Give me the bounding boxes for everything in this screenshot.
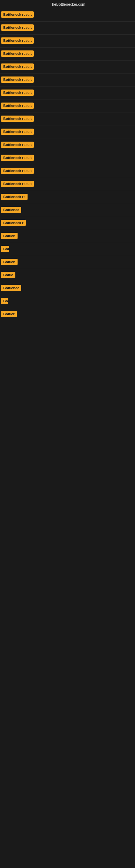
list-item: Bottlen: [0, 230, 135, 243]
bottleneck-badge[interactable]: Bottleneck result: [1, 116, 34, 122]
bottleneck-badge[interactable]: Bottleneck result: [1, 90, 34, 96]
list-item: Bottleneck result: [0, 139, 135, 152]
results-list: Bottleneck resultBottleneck resultBottle…: [0, 9, 135, 321]
list-item: Bottleneck result: [0, 178, 135, 191]
bottleneck-badge[interactable]: Bottleneck re: [1, 194, 28, 200]
bottleneck-badge[interactable]: Bottleneck result: [1, 11, 34, 18]
list-item: Bottleneck result: [0, 100, 135, 113]
list-item: Bottleneck result: [0, 9, 135, 22]
list-item: Bottleneck result: [0, 22, 135, 35]
spacer: [0, 321, 135, 565]
list-item: Bottleneck result: [0, 113, 135, 126]
list-item: Bottleneck result: [0, 87, 135, 100]
list-item: Bottle: [0, 269, 135, 282]
bottleneck-badge[interactable]: Bottleneck result: [1, 102, 34, 109]
list-item: Bottleneck result: [0, 152, 135, 165]
bottleneck-badge[interactable]: Bottleneck result: [1, 51, 34, 57]
list-item: Bottleneck re: [0, 191, 135, 204]
list-item: Bottler: [0, 308, 135, 321]
list-item: Bottleneck result: [0, 48, 135, 61]
bottleneck-badge[interactable]: Bottleneck result: [1, 142, 34, 148]
bottleneck-badge[interactable]: Bottleneck result: [1, 76, 34, 83]
bottleneck-badge[interactable]: Bot: [1, 246, 9, 252]
list-item: Bo: [0, 295, 135, 308]
list-item: Bot: [0, 243, 135, 256]
bottleneck-badge[interactable]: Bottleneck result: [1, 37, 34, 44]
list-item: Bottleneck result: [0, 74, 135, 87]
bottleneck-badge[interactable]: Bo: [1, 298, 8, 304]
bottleneck-badge[interactable]: Bottlenec: [1, 207, 21, 213]
bottleneck-badge[interactable]: Bottleneck result: [1, 155, 34, 161]
list-item: Bottlenec: [0, 282, 135, 295]
list-item: Bottleneck result: [0, 165, 135, 178]
bottleneck-badge[interactable]: Bottleneck result: [1, 24, 34, 31]
bottleneck-badge[interactable]: Bottle: [1, 272, 15, 278]
list-item: Bottlen: [0, 256, 135, 269]
bottleneck-badge[interactable]: Bottleneck result: [1, 129, 34, 135]
list-item: Bottleneck result: [0, 61, 135, 74]
bottleneck-badge[interactable]: Bottleneck result: [1, 63, 34, 70]
list-item: Bottleneck result: [0, 35, 135, 48]
bottleneck-badge[interactable]: Bottleneck r: [1, 220, 26, 226]
bottleneck-badge[interactable]: Bottlen: [1, 259, 17, 265]
bottleneck-badge[interactable]: Bottlenec: [1, 285, 21, 291]
site-title: TheBottlenecker.com: [0, 0, 135, 9]
bottleneck-badge[interactable]: Bottlen: [1, 233, 17, 239]
bottleneck-badge[interactable]: Bottleneck result: [1, 181, 34, 187]
list-item: Bottlenec: [0, 204, 135, 217]
bottleneck-badge[interactable]: Bottleneck result: [1, 167, 34, 174]
list-item: Bottleneck result: [0, 126, 135, 139]
bottleneck-badge[interactable]: Bottler: [1, 311, 17, 317]
list-item: Bottleneck r: [0, 217, 135, 230]
